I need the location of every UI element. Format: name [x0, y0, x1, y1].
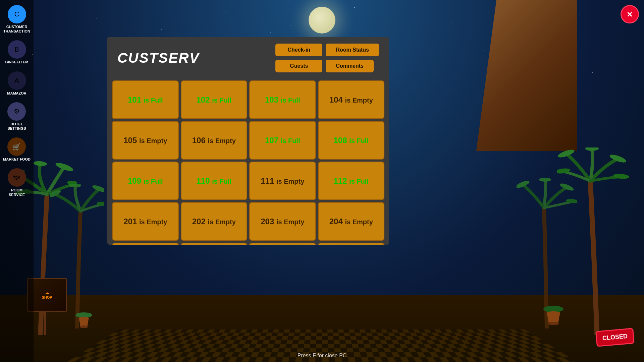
svg-point-1 — [33, 161, 47, 167]
room-cell-108[interactable]: 108 is Full — [318, 121, 385, 160]
modal-header: CUSTSERV Check-inRoom StatusGuestsCommen… — [107, 37, 389, 79]
room-label-104: 104 is Empty — [329, 95, 373, 105]
sidebar-item-mamazor[interactable]: AMAMAZOR — [5, 70, 28, 97]
svg-point-6 — [69, 184, 81, 187]
svg-point-10 — [585, 147, 599, 151]
sidebar-item-hotel-settings[interactable]: ⚙HOTEL SETTINGS — [6, 101, 28, 132]
room-number-112: 112 — [333, 176, 349, 185]
room-number-108: 108 — [333, 136, 349, 145]
rooms-grid: 101 is Full102 is Full103 is Full104 is … — [111, 79, 386, 245]
room-number-110: 110 — [196, 176, 212, 185]
sidebar-icon-room-service: 🍽 — [8, 168, 26, 187]
svg-point-2 — [55, 161, 74, 173]
room-status-text-112: is Full — [349, 178, 369, 185]
pot-left — [74, 312, 94, 328]
room-number-204: 204 — [329, 217, 345, 226]
sidebar-icon-hotel-settings: ⚙ — [7, 102, 26, 121]
sidebar-label-hotel-settings: HOTEL SETTINGS — [7, 122, 26, 131]
room-label-108: 108 is Full — [333, 135, 369, 146]
btn-comments[interactable]: Comments — [326, 60, 374, 72]
sidebar-label-binkeed-em: BINKEED EM — [5, 60, 28, 64]
room-status-text-105: is Empty — [139, 137, 167, 144]
sidebar-label-customer-transaction: CUSTOMER TRANSACTION — [3, 25, 30, 34]
rooms-container[interactable]: 101 is Full102 is Full103 is Full104 is … — [107, 79, 389, 245]
sidebar-icon-market-food: 🛒 — [7, 137, 26, 156]
sidebar-item-room-service[interactable]: 🍽ROOM SERVICE — [6, 167, 28, 198]
room-cell-103[interactable]: 103 is Full — [249, 80, 316, 119]
btn-room-status[interactable]: Room Status — [326, 44, 379, 56]
room-number-203: 203 — [261, 217, 276, 226]
closed-sign[interactable]: CLOSED — [595, 328, 635, 347]
room-cell-112[interactable]: 112 is Full — [318, 162, 385, 200]
pot-right — [540, 305, 560, 322]
room-cell-207[interactable]: 207 is Empty — [249, 243, 316, 245]
room-cell-102[interactable]: 102 is Full — [181, 80, 248, 119]
btn-guests[interactable]: Guests — [275, 60, 322, 72]
sidebar-item-binkeed-em[interactable]: BBINKEED EM — [3, 39, 30, 66]
room-status-text-107: is Full — [281, 137, 300, 144]
room-cell-204[interactable]: 204 is Empty — [318, 202, 385, 241]
room-label-101: 101 is Full — [128, 95, 163, 105]
room-cell-208[interactable]: 208 is Empty — [318, 243, 385, 245]
sidebar: CCUSTOMER TRANSACTIONBBINKEED EMAMAMAZOR… — [0, 0, 34, 362]
room-cell-201[interactable]: 201 is Empty — [112, 202, 179, 241]
room-number-105: 105 — [123, 136, 139, 145]
room-cell-206[interactable]: 206 is Empty — [181, 243, 248, 245]
room-status-text-202: is Empty — [208, 218, 235, 226]
modal-btn-row-1: Check-inRoom Status — [275, 44, 379, 56]
room-status-text-102: is Full — [212, 97, 231, 104]
room-cell-105[interactable]: 105 is Empty — [112, 121, 179, 160]
sidebar-icon-mamazor: A — [8, 71, 26, 90]
room-label-112: 112 is Full — [333, 176, 369, 186]
room-status-text-204: is Empty — [345, 218, 373, 226]
sidebar-item-market-food[interactable]: 🛒MARKET FOOD — [1, 136, 32, 163]
bottom-hint: Press F for close PC — [298, 353, 347, 359]
room-cell-101[interactable]: 101 is Full — [112, 80, 179, 119]
room-cell-106[interactable]: 106 is Empty — [181, 121, 248, 160]
sidebar-item-customer-transaction[interactable]: CCUSTOMER TRANSACTION — [2, 3, 32, 35]
room-label-105: 105 is Empty — [123, 135, 167, 146]
room-status-text-106: is Empty — [208, 137, 235, 144]
sidebar-icon-binkeed-em: B — [8, 40, 26, 59]
modal-btn-row-2: GuestsComments — [275, 60, 379, 72]
modal-title: CUSTSERV — [117, 50, 200, 66]
room-label-109: 109 is Full — [128, 176, 163, 186]
room-cell-110[interactable]: 110 is Full — [181, 162, 248, 200]
room-cell-104[interactable]: 104 is Empty — [318, 80, 385, 119]
room-number-202: 202 — [192, 217, 208, 226]
room-status-text-103: is Full — [281, 97, 300, 104]
svg-point-21 — [548, 322, 559, 325]
svg-point-15 — [539, 178, 551, 182]
room-number-111: 111 — [261, 176, 276, 185]
room-label-203: 203 is Empty — [261, 216, 304, 227]
room-label-204: 204 is Empty — [329, 216, 373, 227]
room-cell-202[interactable]: 202 is Empty — [181, 202, 248, 241]
room-label-202: 202 is Empty — [192, 216, 236, 227]
room-label-102: 102 is Full — [196, 95, 231, 105]
room-number-103: 103 — [265, 95, 281, 104]
modal-buttons: Check-inRoom StatusGuestsComments — [275, 44, 379, 72]
room-label-106: 106 is Empty — [192, 135, 236, 146]
room-label-103: 103 is Full — [265, 95, 300, 105]
sidebar-label-room-service: ROOM SERVICE — [9, 188, 25, 197]
room-cell-107[interactable]: 107 is Full — [249, 121, 316, 160]
room-number-101: 101 — [128, 95, 144, 104]
sidebar-label-mamazor: MAMAZOR — [7, 91, 26, 96]
modal: CUSTSERV Check-inRoom StatusGuestsCommen… — [107, 37, 389, 245]
close-button[interactable]: × — [621, 5, 639, 23]
room-status-text-109: is Full — [144, 178, 163, 185]
room-status-text-203: is Empty — [276, 218, 304, 226]
room-status-text-101: is Full — [144, 97, 163, 104]
sidebar-icon-customer-transaction: C — [8, 5, 26, 23]
room-status-text-111: is Empty — [276, 178, 304, 185]
room-label-107: 107 is Full — [265, 135, 300, 146]
room-number-106: 106 — [192, 136, 208, 145]
room-cell-109[interactable]: 109 is Full — [112, 162, 179, 200]
room-cell-205[interactable]: 205 is Empty — [112, 243, 179, 245]
room-cell-111[interactable]: 111 is Empty — [249, 162, 316, 200]
btn-check-in[interactable]: Check-in — [275, 44, 322, 56]
room-cell-203[interactable]: 203 is Empty — [249, 202, 316, 241]
room-number-109: 109 — [128, 176, 144, 185]
billboard-pole — [44, 308, 46, 335]
room-status-text-104: is Empty — [345, 97, 373, 104]
